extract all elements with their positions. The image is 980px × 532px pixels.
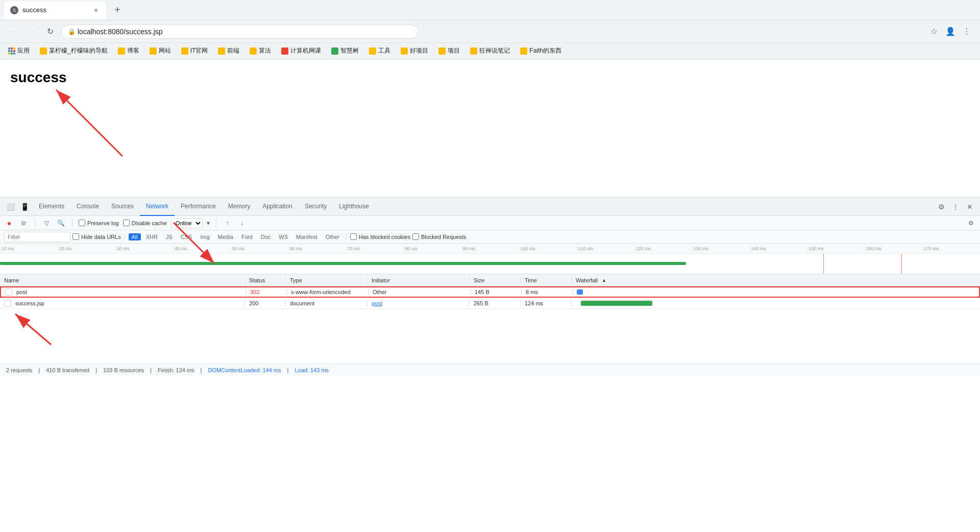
col-status-header[interactable]: Status <box>245 277 286 283</box>
bookmark-blog[interactable]: 博客 <box>114 45 143 56</box>
filter-btn-all[interactable]: All <box>129 233 141 240</box>
filter-btn-doc[interactable]: Doc <box>258 233 274 240</box>
tab-lighthouse[interactable]: Lighthouse <box>333 198 375 216</box>
tab-console[interactable]: Console <box>70 198 105 216</box>
bookmark-apps[interactable]: 应用 <box>4 45 34 56</box>
bookmark-frontend[interactable]: 前端 <box>214 45 243 56</box>
tab-sources[interactable]: Sources <box>105 198 140 216</box>
hide-data-urls-label[interactable]: Hide data URLs <box>72 233 121 240</box>
disable-cache-label[interactable]: Disable cache <box>123 220 167 226</box>
tab-close-button[interactable]: × <box>92 6 100 14</box>
address-bar[interactable]: 🔒 localhost:8080/success.jsp <box>61 25 419 39</box>
bookmark-icon <box>470 47 477 55</box>
back-button[interactable]: ← <box>6 25 20 39</box>
devtools-tabs: Elements Console Sources Network Perform… <box>33 198 933 216</box>
record-button[interactable]: ● <box>4 218 14 228</box>
filter-btn-img[interactable]: Img <box>197 233 212 240</box>
search-button[interactable]: 🔍 <box>56 218 66 228</box>
tab-memory[interactable]: Memory <box>222 198 256 216</box>
row-checkbox[interactable] <box>4 300 11 307</box>
export-button[interactable]: ↓ <box>237 218 247 228</box>
menu-button[interactable]: ⋮ <box>960 25 974 39</box>
bookmark-kuangshen[interactable]: 狂神说笔记 <box>466 45 514 56</box>
filter-btn-font[interactable]: Font <box>238 233 256 240</box>
blocked-requests-checkbox[interactable] <box>412 233 419 240</box>
filter-btn-manifest[interactable]: Manifest <box>293 233 321 240</box>
bookmark-label: 某柠檬_柠檬味的导航 <box>49 46 108 55</box>
col-waterfall-header[interactable]: Waterfall ▲ <box>572 277 980 283</box>
bookmark-good-project[interactable]: 好项目 <box>397 45 432 56</box>
tab-application[interactable]: Application <box>256 198 299 216</box>
load-time[interactable]: Load: 143 ms <box>295 367 329 373</box>
bookmark-label: 工具 <box>378 46 390 55</box>
devtools-inspect-button[interactable]: ⬜ <box>4 201 16 213</box>
devtools-close-button[interactable]: ✕ <box>964 201 976 213</box>
filter-btn-css[interactable]: CSS <box>178 233 195 240</box>
row-initiator[interactable]: post <box>372 300 382 306</box>
bookmark-lemon[interactable]: 某柠檬_柠檬味的导航 <box>36 45 112 56</box>
filter-input[interactable] <box>4 232 70 242</box>
tab-performance[interactable]: Performance <box>175 198 222 216</box>
disable-cache-checkbox[interactable] <box>123 220 130 226</box>
col-initiator-header[interactable]: Initiator <box>368 277 470 283</box>
bookmark-algorithm[interactable]: 算法 <box>246 45 275 56</box>
throttle-select[interactable]: Online <box>171 218 203 228</box>
clear-button[interactable]: ⊘ <box>18 218 29 228</box>
lock-icon: 🔒 <box>68 28 76 35</box>
bookmark-course[interactable]: 计算机网课 <box>277 45 325 56</box>
bookmark-website[interactable]: 网站 <box>145 45 175 56</box>
timeline-red-line <box>901 254 902 274</box>
table-row[interactable]: success.jsp 200 document post 265 B 124 … <box>0 298 980 309</box>
dom-content-loaded[interactable]: DOMContentLoaded: 144 ms <box>208 367 281 373</box>
filter-btn-ws[interactable]: WS <box>276 233 291 240</box>
bookmark-label: 好项目 <box>410 46 428 55</box>
devtools-more-button[interactable]: ⋮ <box>949 201 962 213</box>
account-button[interactable]: 👤 <box>943 25 958 39</box>
tab-network[interactable]: Network <box>140 198 175 216</box>
timeline-mark: 30 ms <box>115 244 173 253</box>
tab-elements[interactable]: Elements <box>33 198 70 216</box>
preserve-log-checkbox[interactable] <box>79 220 85 226</box>
forward-button[interactable]: → <box>24 25 39 39</box>
table-row[interactable]: post 302 x-www-form-urlencoded Other 145… <box>0 286 980 298</box>
bookmark-icon <box>520 47 527 55</box>
filter-btn-xhr[interactable]: XHR <box>143 233 161 240</box>
filter-toggle-button[interactable]: ▽ <box>41 218 52 228</box>
hide-data-urls-checkbox[interactable] <box>72 233 79 240</box>
network-settings-button[interactable]: ⚙ <box>966 218 976 228</box>
status-code: 200 <box>249 300 258 306</box>
new-tab-button[interactable]: + <box>110 3 125 17</box>
row-status-cell: 200 <box>245 300 286 306</box>
has-blocked-cookies-label[interactable]: Has blocked cookies <box>350 233 410 240</box>
col-name-header[interactable]: Name <box>0 277 245 283</box>
bookmark-it[interactable]: IT官网 <box>177 45 212 56</box>
col-type-header[interactable]: Type <box>286 277 368 283</box>
network-toolbar: ● ⊘ ▽ 🔍 Preserve log Disable cache Onlin… <box>0 216 980 230</box>
preserve-log-label[interactable]: Preserve log <box>79 220 119 226</box>
refresh-button[interactable]: ↻ <box>43 25 57 39</box>
active-tab[interactable]: S success × <box>4 2 106 19</box>
col-time-header[interactable]: Time <box>521 277 572 283</box>
has-blocked-cookies-checkbox[interactable] <box>350 233 357 240</box>
filter-separator-2: | <box>346 234 347 240</box>
row-filename: post <box>16 289 241 295</box>
import-button[interactable]: ↑ <box>223 218 233 228</box>
star-button[interactable]: ☆ <box>927 25 941 39</box>
bookmark-tools[interactable]: 工具 <box>365 45 395 56</box>
filter-btn-media[interactable]: Media <box>215 233 236 240</box>
row-name-cell: success.jsp <box>0 300 245 307</box>
devtools-settings-button[interactable]: ⚙ <box>935 201 947 213</box>
filter-btn-js[interactable]: JS <box>163 233 176 240</box>
bookmark-project[interactable]: 项目 <box>434 45 464 56</box>
filter-btn-other[interactable]: Other <box>323 233 343 240</box>
timeline-mark: 140 ms <box>749 244 807 253</box>
timeline: 10 ms 20 ms 30 ms 40 ms 50 ms 60 ms 70 m… <box>0 244 980 274</box>
row-checkbox[interactable] <box>5 288 12 296</box>
devtools-mobile-button[interactable]: 📱 <box>18 201 31 213</box>
bookmark-zhihuishu[interactable]: 智慧树 <box>327 45 363 56</box>
blocked-requests-label[interactable]: Blocked Requests <box>412 233 467 240</box>
col-size-header[interactable]: Size <box>470 277 521 283</box>
bookmark-faith[interactable]: Faith的东西 <box>516 45 566 56</box>
tab-security[interactable]: Security <box>299 198 333 216</box>
row-size-cell: 145 B <box>471 289 522 295</box>
